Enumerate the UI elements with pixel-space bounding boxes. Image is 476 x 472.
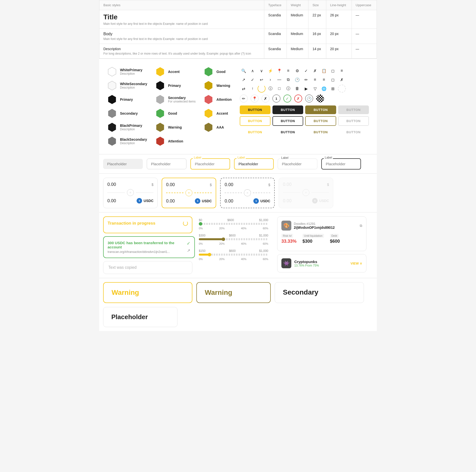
pin-icon[interactable]: 📍 xyxy=(275,67,283,75)
arrow-ne-icon[interactable]: ↗ xyxy=(240,76,248,84)
square-icon[interactable]: ◻ xyxy=(329,67,337,75)
rect-icon[interactable]: ◻ xyxy=(329,76,337,84)
type-title-weight: Medium xyxy=(287,10,308,29)
clock-icon[interactable]: 🕐 xyxy=(293,76,301,84)
x-icon[interactable]: ✗ xyxy=(311,67,319,75)
type-body-lineheight: 20 px xyxy=(326,29,352,44)
minus-icon[interactable]: — xyxy=(275,76,283,84)
input-outlined[interactable] xyxy=(147,159,186,169)
svg-marker-1 xyxy=(108,81,116,90)
spinner-icon[interactable] xyxy=(258,85,266,93)
swap-box-default: 0.00 $ = 0.00 $ USDC xyxy=(103,178,158,208)
button-yellow-solid[interactable]: BUTTON xyxy=(240,105,270,114)
svg-marker-6 xyxy=(156,67,164,76)
transaction-link[interactable]: transcan.org/#/transaction/ddvsdvn1ijn2v… xyxy=(108,250,187,254)
button-olive-ghost[interactable]: BUTTON xyxy=(305,128,336,136)
close-icon[interactable]: ✗ xyxy=(338,76,346,84)
button-gray-outline[interactable]: BUTTON xyxy=(338,116,369,126)
swap-icon-default[interactable]: = xyxy=(127,189,134,196)
dropdown-icon[interactable]: ▽ xyxy=(311,85,319,93)
chevron-down-icon[interactable]: ∨ xyxy=(258,67,266,75)
lightning-icon[interactable]: ⚡ xyxy=(267,67,274,75)
clock-btn[interactable]: 🕐 xyxy=(305,95,313,102)
icon-buttons-row: ✏ 📍 ✗ 1 ✓ ✗ 🕐 xyxy=(240,95,369,102)
return-icon[interactable]: ↩ xyxy=(258,76,266,84)
button-dark-outline[interactable]: BUTTON xyxy=(272,116,303,126)
color-black-secondary: BlackSecondaryDescription xyxy=(107,136,147,146)
list-icon[interactable]: ≡ xyxy=(311,76,319,84)
svg-marker-14 xyxy=(205,95,212,104)
pin-btn[interactable]: 📍 xyxy=(251,95,259,102)
strikethrough-icon[interactable]: ≡ xyxy=(284,67,292,75)
svg-marker-4 xyxy=(108,123,116,132)
nft2-sub: 13.76% From 75% xyxy=(294,264,319,267)
green-check-btn[interactable]: ✓ xyxy=(283,95,291,102)
swap-icon-dashed[interactable]: = xyxy=(244,189,251,196)
svg-marker-15 xyxy=(205,109,212,118)
input-dark-outline[interactable] xyxy=(321,158,361,169)
wallet-icon[interactable]: □ xyxy=(275,85,283,93)
external-link-icon[interactable]: ↗ xyxy=(187,248,190,253)
check-icon[interactable]: ✓ xyxy=(302,67,310,75)
input-yellow-outline-field: Label xyxy=(190,158,230,169)
type-row-title: Title Main font style for any first text… xyxy=(99,10,377,29)
input-yellow-outline[interactable] xyxy=(190,158,230,169)
swap-icon-disabled: = xyxy=(302,189,309,196)
col-typeface: Typeface xyxy=(264,0,287,10)
chevron-right-icon[interactable]: › xyxy=(267,76,274,84)
nft-title-1: Doodles #1291 xyxy=(294,222,335,226)
swap-icon-yellow[interactable]: = xyxy=(185,189,192,196)
button-olive-solid[interactable]: BUTTON xyxy=(305,105,336,114)
color-primary: Primary xyxy=(107,95,147,104)
button-dark-ghost[interactable]: BUTTON xyxy=(272,128,303,136)
progress-bar-3: $150 $600 $1,000 0% 20% 40% 60% xyxy=(199,249,268,261)
button-olive-outline[interactable]: BUTTON xyxy=(305,116,336,126)
nft-column: 🎨 Doodles #1291 2ijWvdsnOP1vnjds89012 ⧉ … xyxy=(277,216,371,274)
grid-icon[interactable]: ⊞ xyxy=(329,85,337,93)
color-col-1: WhitePrimaryDescription WhiteSecondaryDe… xyxy=(103,63,151,150)
search-icon[interactable]: 🔍 xyxy=(240,67,248,75)
loading-icon[interactable] xyxy=(338,85,346,93)
input-yellow-active-field: Label xyxy=(234,158,274,169)
checkmark-icon[interactable]: ✓ xyxy=(249,76,257,84)
swap-icon[interactable]: ⇄ xyxy=(240,85,248,93)
color-black-primary: BlackPrimaryDescription xyxy=(107,122,147,132)
pencil-icon[interactable]: ✏ xyxy=(302,76,310,84)
input-plain[interactable] xyxy=(103,159,143,169)
upload-icon[interactable]: ↑ xyxy=(249,85,257,93)
checker-btn[interactable] xyxy=(316,95,324,102)
input-yellow-active[interactable] xyxy=(234,158,274,169)
gear-icon[interactable]: ⚙ xyxy=(293,67,301,75)
button-yellow-outline[interactable]: BUTTON xyxy=(240,116,270,126)
svg-marker-5 xyxy=(108,137,116,146)
clipboard-icon[interactable]: 📋 xyxy=(320,67,328,75)
copy-icon[interactable]: ⧉ xyxy=(284,76,292,84)
type-desc-typeface: Scandia xyxy=(264,44,287,59)
menu-icon[interactable]: ≡ xyxy=(338,67,346,75)
view-button[interactable]: VIEW ∨ xyxy=(351,262,362,265)
button-gray-solid[interactable]: BUTTON xyxy=(338,105,369,114)
button-gray-ghost[interactable]: BUTTON xyxy=(338,128,369,136)
pencil-btn[interactable]: ✏ xyxy=(240,95,248,102)
button-yellow-ghost[interactable]: BUTTON xyxy=(240,128,270,136)
copy-hash-button[interactable]: ⧉ xyxy=(360,224,362,228)
progress-bar-2: $300 $600 $1,000 0% 20% 40% 60% xyxy=(199,234,268,245)
globe-icon[interactable]: 🌐 xyxy=(320,85,328,93)
number-btn[interactable]: 1 xyxy=(272,95,280,102)
placeholder-box: Placeholder xyxy=(103,307,178,327)
red-x-btn[interactable]: ✗ xyxy=(294,95,302,102)
warning-box-olive: Warning xyxy=(196,282,271,303)
info-icon[interactable]: ⓘ xyxy=(284,85,292,93)
trash-icon[interactable]: 🗑 xyxy=(293,85,301,93)
icons-buttons-panel: 🔍 ∧ ∨ ⚡ 📍 ≡ ⚙ ✓ ✗ 📋 ◻ ≡ ↗ ✓ ↩ › — ⧉ xyxy=(236,63,373,150)
chevron-up-icon[interactable]: ∧ xyxy=(249,67,257,75)
play-icon[interactable]: ▶ xyxy=(302,85,310,93)
nft-hash-1: 2ijWvdsnOP1vnjds89012 xyxy=(294,226,335,230)
svg-marker-16 xyxy=(205,123,212,132)
info-circle-icon[interactable]: ⓘ xyxy=(267,85,274,93)
input-gray-outline[interactable] xyxy=(278,159,317,169)
icons-grid-row1: 🔍 ∧ ∨ ⚡ 📍 ≡ ⚙ ✓ ✗ 📋 ◻ ≡ xyxy=(240,67,369,75)
lines-icon[interactable]: ≡ xyxy=(320,76,328,84)
button-dark-solid[interactable]: BUTTON xyxy=(272,105,303,114)
x-btn[interactable]: ✗ xyxy=(262,95,269,102)
